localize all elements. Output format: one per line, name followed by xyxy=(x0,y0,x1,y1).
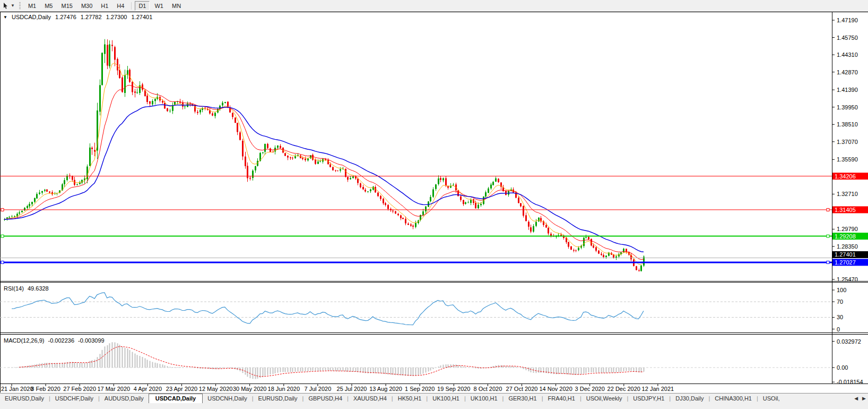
chart-open: 1.27476 xyxy=(55,14,76,20)
date-label: 19 Sep 2020 xyxy=(437,386,470,392)
date-label: 12 Jan 2021 xyxy=(642,386,674,392)
timeframe-button-h1[interactable]: H1 xyxy=(97,1,112,11)
price-tick-label: 1.39950 xyxy=(837,104,858,110)
tab-scroll-left-icon[interactable]: ◀ xyxy=(854,395,858,402)
tab-usdjpy-h1[interactable]: USDJPY,H1 xyxy=(628,394,669,403)
date-label: 21 Jan 2020 xyxy=(1,386,33,392)
hline-handle[interactable] xyxy=(1,261,4,263)
price-tick-label: 1.28350 xyxy=(837,243,858,250)
tab-xauusd-h4[interactable]: XAUUSD,H4 xyxy=(349,394,392,403)
tab-china300-h1[interactable]: CHINA300,H1 xyxy=(710,394,757,403)
toolbar-grip xyxy=(19,2,21,10)
tab-hk50-h1[interactable]: HK50,H1 xyxy=(393,394,427,403)
tab-usdchf-daily[interactable]: USDCHF,Daily xyxy=(50,394,98,403)
timeframe-button-d1[interactable]: D1 xyxy=(135,1,150,11)
macd-tick-label: -0.018154 xyxy=(837,379,863,385)
date-label: 17 Mar 2020 xyxy=(97,386,130,392)
tab-uk100-h1[interactable]: UK100,H1 xyxy=(466,394,502,403)
rsi-name: RSI(14) xyxy=(4,285,24,292)
tab-gbpusd-h4[interactable]: GBPUSD,H4 xyxy=(303,394,347,403)
macd-tick-label: 0.00 xyxy=(837,364,848,371)
date-label: 12 May 2020 xyxy=(199,386,233,392)
tab-eurusd-daily[interactable]: EURUSD,Daily xyxy=(0,394,49,403)
timeframe-button-m1[interactable]: M1 xyxy=(24,1,40,11)
rsi-value: 49.6328 xyxy=(28,285,49,292)
price-chart-canvas[interactable]: 1.471901.457501.443101.428701.413901.399… xyxy=(0,0,868,409)
hline-handle[interactable] xyxy=(1,235,4,237)
macd-value-signal: -0.003099 xyxy=(78,337,105,344)
date-label: 25 Jul 2020 xyxy=(337,386,367,392)
timeframe-button-mn[interactable]: MN xyxy=(168,1,185,11)
hline-handle[interactable] xyxy=(827,235,829,237)
date-label: 13 Aug 2020 xyxy=(369,386,402,392)
rsi-tick-label: 0 xyxy=(837,326,840,333)
hline-handle[interactable] xyxy=(827,208,829,211)
chevron-down-icon: ▼ xyxy=(11,3,15,8)
date-label: 14 Nov 2020 xyxy=(539,386,572,392)
price-tick-label: 1.41390 xyxy=(837,87,858,93)
chart-tab-bar: EURUSD,Daily|USDCHF,Daily|AUDUSD,DailyUS… xyxy=(0,393,868,409)
date-label: 8 Oct 2020 xyxy=(473,386,502,392)
price-tick-label: 1.37070 xyxy=(837,139,858,145)
bid-price-label: 1.27401 xyxy=(835,251,856,258)
hline-price-label: 1.34206 xyxy=(835,173,856,180)
chart-high: 1.27782 xyxy=(81,14,102,20)
price-tick-label: 1.45750 xyxy=(837,35,858,41)
rsi-label: RSI(14) 49.6328 xyxy=(4,285,51,292)
chart-background xyxy=(0,12,868,393)
hline-handle[interactable] xyxy=(827,261,829,263)
tab-usoil-[interactable]: USOil, xyxy=(758,394,785,403)
price-tick-label: 1.32710 xyxy=(837,191,858,197)
price-tick-label: 1.38510 xyxy=(837,121,858,127)
rsi-tick-label: 30 xyxy=(837,314,843,320)
macd-tick-label: 0.032972 xyxy=(837,338,861,345)
date-label: 27 Oct 2020 xyxy=(506,386,538,392)
tab-audusd-daily[interactable]: AUDUSD,Daily xyxy=(100,394,149,403)
timeframe-button-w1[interactable]: W1 xyxy=(151,1,167,11)
price-tick-label: 1.25470 xyxy=(837,276,858,283)
macd-name: MACD(12,26,9) xyxy=(4,337,44,344)
price-tick-label: 1.35590 xyxy=(837,156,858,163)
hline-price-label: 1.27027 xyxy=(835,259,856,266)
date-label: 23 Apr 2020 xyxy=(166,386,197,392)
tab-eurusd-daily[interactable]: EURUSD,Daily xyxy=(254,394,302,403)
tab-usdcad-daily[interactable]: USDCAD,Daily xyxy=(149,394,203,403)
hline-price-label: 1.31405 xyxy=(835,207,856,213)
tab-usdcnh-daily[interactable]: USDCNH,Daily xyxy=(203,394,252,403)
tab-dj30-daily[interactable]: DJ30,Daily xyxy=(671,394,708,403)
cursor-tool-button[interactable]: ▼ xyxy=(2,2,15,10)
date-label: 7 Jul 2020 xyxy=(305,386,332,392)
hline-handle[interactable] xyxy=(1,208,4,211)
rsi-tick-label: 100 xyxy=(837,287,846,293)
price-tick-label: 1.44310 xyxy=(837,52,858,58)
timeframe-button-m15[interactable]: M15 xyxy=(57,1,76,11)
rsi-tick-label: 70 xyxy=(837,299,843,305)
date-label: 3 Dec 2020 xyxy=(575,386,605,392)
date-label: 4 Apr 2020 xyxy=(134,386,162,392)
macd-value-main: -0.002236 xyxy=(48,337,74,344)
chart-title-caret-icon[interactable]: ▼ xyxy=(3,15,7,20)
price-tick-label: 1.29790 xyxy=(837,226,858,232)
timeframe-toolbar: ▼ M1M5M15M30H1H4D1W1MN xyxy=(0,0,868,12)
chart-title: ▼ USDCAD,Daily 1.27476 1.27782 1.27300 1… xyxy=(3,14,155,20)
date-label: 30 May 2020 xyxy=(233,386,267,392)
price-tick-label: 1.47190 xyxy=(837,17,858,23)
hline-price-label: 1.29208 xyxy=(835,233,856,240)
date-label: 27 Feb 2020 xyxy=(63,386,96,392)
date-label: 1 Sep 2020 xyxy=(405,386,435,392)
price-tick-label: 1.42870 xyxy=(837,69,858,75)
tab-uk100-h1[interactable]: UK100,H1 xyxy=(428,394,464,403)
chart-symbol: USDCAD,Daily xyxy=(12,14,51,20)
tab-scroll-right-icon[interactable]: ▶ xyxy=(862,395,866,402)
tab-fra40-h1[interactable]: FRA40,H1 xyxy=(543,394,580,403)
timeframe-button-m5[interactable]: M5 xyxy=(41,1,56,11)
timeframe-button-m30[interactable]: M30 xyxy=(77,1,96,11)
tab-usoil-weekly[interactable]: USOil,Weekly xyxy=(581,394,627,403)
timeframe-button-h4[interactable]: H4 xyxy=(113,1,128,11)
date-label: 8 Feb 2020 xyxy=(31,386,60,392)
date-label: 18 Jun 2020 xyxy=(268,386,300,392)
date-label: 22 Dec 2020 xyxy=(607,386,640,392)
toolbar-separator xyxy=(131,2,132,10)
tab-ger30-h1[interactable]: GER30,H1 xyxy=(504,394,541,403)
crosshair-cursor-icon xyxy=(2,2,10,10)
